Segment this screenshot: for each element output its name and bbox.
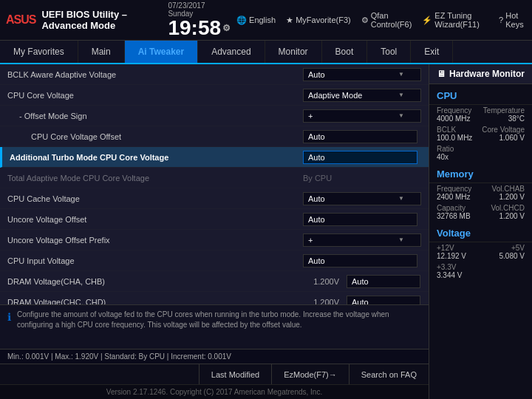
vol-chcd-value: 1.200 V: [491, 212, 525, 220]
hotkeys-button[interactable]: ? Hot Keys: [499, 11, 526, 29]
turbo-voltage-input[interactable]: Auto: [303, 151, 417, 164]
myfavorite-button[interactable]: ★ MyFavorite(F3): [286, 16, 351, 25]
tab-advanced[interactable]: Advanced: [198, 41, 265, 63]
setting-bclk-aware: BCLK Aware Adaptive Voltage Auto: [0, 64, 429, 85]
clock-display: 19:58 ⚙: [168, 18, 231, 38]
cpu-freq-label: Frequency: [437, 106, 471, 115]
language-button[interactable]: 🌐 English: [236, 16, 276, 25]
cpu-voltage-offset-input[interactable]: Auto: [303, 130, 417, 143]
setting-dram-cha-chb: DRAM Voltage(CHA, CHB) 1.200V Auto: [0, 271, 429, 292]
version-bar: Version 2.17.1246. Copyright (C) 2017 Am…: [0, 384, 429, 399]
setting-offset-mode-sign: - Offset Mode Sign +: [0, 106, 429, 126]
setting-label: DRAM Voltage(CHA, CHB): [7, 277, 303, 286]
setting-value: 1.200V Auto: [303, 296, 421, 305]
cpu-cache-dropdown[interactable]: Auto: [303, 192, 421, 205]
cpu-section-title: CPU: [429, 84, 532, 105]
hw-monitor-panel: 🖥 Hardware Monitor CPU Frequency 4000 MH…: [429, 64, 532, 399]
3v-label: +3.3V: [437, 263, 462, 271]
hw-monitor-header: 🖥 Hardware Monitor: [429, 64, 532, 84]
qfan-button[interactable]: ⚙ Qfan Control(F6): [361, 11, 412, 29]
ezmode-button[interactable]: EzMode(F7)→: [271, 364, 349, 384]
myfavorite-label: MyFavorite(F3): [296, 16, 351, 24]
capacity-value: 32768 MB: [437, 212, 471, 220]
tab-monitor[interactable]: Monitor: [265, 41, 322, 63]
star-icon: ★: [286, 16, 293, 25]
main-layout: BCLK Aware Adaptive Voltage Auto CPU Cor…: [0, 64, 532, 399]
info-description: Configure the amount of voltage fed to t…: [17, 310, 421, 346]
fan-icon: ⚙: [361, 16, 369, 25]
bclk-aware-dropdown[interactable]: Auto: [303, 68, 421, 81]
tab-boot[interactable]: Boot: [322, 41, 368, 63]
tab-main[interactable]: Main: [78, 41, 125, 63]
setting-value: Auto: [303, 254, 421, 267]
uncore-offset-input[interactable]: Auto: [303, 213, 417, 226]
mem-freq-row: Frequency 2400 MHz Vol.CHAB 1.200 V: [429, 183, 532, 202]
language-label: English: [249, 16, 276, 24]
setting-label: CPU Core Voltage Offset: [7, 132, 303, 141]
3v-value: 3.344 V: [437, 271, 462, 279]
last-modified-button[interactable]: Last Modified: [199, 364, 271, 384]
wizard-icon: ⚡: [422, 16, 432, 25]
settings-area: BCLK Aware Adaptive Voltage Auto CPU Cor…: [0, 64, 429, 304]
cpu-input-voltage-input[interactable]: Auto: [303, 254, 417, 267]
setting-value: Adaptive Mode: [303, 89, 421, 102]
bios-title: UEFI BIOS Utility – Advanced Mode: [41, 9, 168, 31]
hw-monitor-title: Hardware Monitor: [449, 69, 525, 79]
cpu-bclk-row: BCLK 100.0 MHz Core Voltage 1.060 V: [429, 124, 532, 143]
setting-cpu-cache-voltage: CPU Cache Voltage Auto: [0, 188, 429, 209]
search-faq-button[interactable]: Search on FAQ: [349, 364, 429, 384]
bclk-value: 100.0 MHz: [437, 134, 472, 142]
cpu-freq-row: Frequency 4000 MHz Temperature 38°C: [429, 105, 532, 124]
setting-label: CPU Cache Voltage: [7, 194, 303, 203]
bottom-bar: Last Modified EzMode(F7)→ Search on FAQ: [0, 364, 429, 384]
monitor-icon: 🖥: [437, 69, 446, 79]
mem-freq-value: 2400 MHz: [437, 193, 471, 201]
core-voltage-label: Core Voltage: [482, 126, 525, 134]
left-content: BCLK Aware Adaptive Voltage Auto CPU Cor…: [0, 64, 429, 399]
5v-value: 5.080 V: [499, 252, 525, 260]
tab-aitweaker[interactable]: Ai Tweaker: [125, 41, 198, 63]
eztuning-button[interactable]: ⚡ EZ Tuning Wizard(F11): [422, 11, 488, 29]
eztuning-label: EZ Tuning Wizard(F11): [434, 11, 488, 29]
hotkeys-icon: ?: [499, 16, 503, 24]
date-label: 07/23/2017 Sunday: [168, 1, 231, 18]
setting-total-adaptive: Total Adaptive Mode CPU Core Voltage By …: [0, 168, 429, 188]
ratio-value: 40x: [437, 153, 454, 161]
setting-label: Uncore Voltage Offset Prefix: [7, 236, 303, 245]
mem-freq-label: Frequency: [437, 185, 471, 193]
uncore-prefix-dropdown[interactable]: +: [303, 233, 421, 247]
setting-label: Total Adaptive Mode CPU Core Voltage: [7, 174, 303, 183]
setting-cpu-voltage-offset: CPU Core Voltage Offset Auto: [0, 126, 429, 147]
vol-chab-label: Vol.CHAB: [492, 185, 525, 193]
setting-label: - Offset Mode Sign: [7, 112, 303, 120]
offset-sign-dropdown[interactable]: +: [303, 109, 421, 123]
cpu-freq-value: 4000 MHz: [437, 115, 471, 123]
setting-label: CPU Input Voltage: [7, 256, 303, 265]
info-box: ℹ Configure the amount of voltage fed to…: [0, 304, 429, 349]
setting-dram-chc-chd: DRAM Voltage(CHC, CHD) 1.200V Auto: [0, 292, 429, 304]
dram-chc-input[interactable]: Auto: [347, 296, 420, 305]
version-text: Version 2.17.1246. Copyright (C) 2017 Am…: [106, 388, 322, 396]
setting-uncore-offset: Uncore Voltage Offset Auto: [0, 209, 429, 230]
volt-12v-row: +12V 12.192 V +5V 5.080 V: [429, 242, 532, 262]
setting-turbo-voltage: Additional Turbo Mode CPU Core Voltage A…: [0, 147, 429, 168]
volt-3v-row: +3.3V 3.344 V: [429, 262, 532, 281]
tab-tool[interactable]: Tool: [367, 41, 411, 63]
setting-cpu-core-voltage: CPU Core Voltage Adaptive Mode: [0, 85, 429, 106]
12v-value: 12.192 V: [437, 252, 466, 260]
tab-exit[interactable]: Exit: [411, 41, 453, 63]
setting-value: +: [303, 109, 421, 123]
cpu-core-voltage-dropdown[interactable]: Adaptive Mode: [303, 89, 421, 102]
12v-label: +12V: [437, 244, 466, 252]
info-minmax: Min.: 0.001V | Max.: 1.920V | Standard: …: [0, 349, 429, 364]
setting-value: Auto: [303, 151, 421, 164]
info-icon: ℹ: [7, 311, 11, 346]
gear-icon[interactable]: ⚙: [222, 24, 231, 33]
voltage-section-title: Voltage: [429, 222, 532, 242]
cpu-ratio-row: Ratio 40x: [429, 143, 532, 163]
top-bar: ASUS UEFI BIOS Utility – Advanced Mode 0…: [0, 0, 532, 41]
dram-cha-input[interactable]: Auto: [347, 275, 420, 288]
tab-myfavorites[interactable]: My Favorites: [0, 41, 78, 63]
setting-uncore-prefix: Uncore Voltage Offset Prefix +: [0, 230, 429, 250]
dram-cha-small: 1.200V: [303, 277, 344, 286]
